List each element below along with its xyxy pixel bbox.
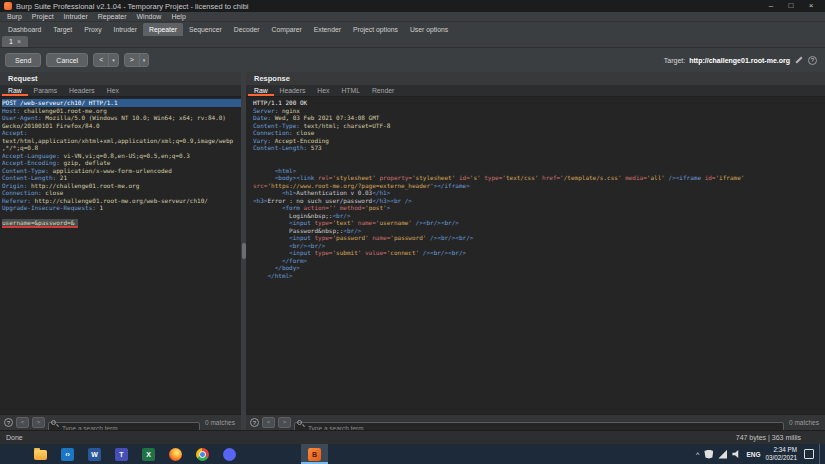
send-button[interactable]: Send (5, 53, 41, 67)
response-tab-render[interactable]: Render (366, 85, 400, 96)
menu-help[interactable]: Help (166, 13, 190, 20)
word-icon: W (88, 448, 101, 461)
code-line: Vary: Accept-Encoding (253, 137, 825, 145)
tab-dashboard[interactable]: Dashboard (2, 23, 47, 36)
target-value: http://challenge01.root-me.org (689, 57, 790, 64)
tab-user-options[interactable]: User options (404, 23, 454, 36)
response-tab-raw[interactable]: Raw (248, 85, 274, 96)
history-back-button[interactable]: <▾ (93, 53, 119, 67)
volume-icon[interactable] (732, 450, 741, 459)
close-button[interactable]: × (801, 0, 821, 12)
request-panel: Request RawParamsHeadersHex POST /web-se… (0, 72, 241, 430)
tab-intruder[interactable]: Intruder (108, 23, 143, 36)
taskbar-word-button[interactable]: W (81, 444, 108, 464)
code-line: username=&password=& (2, 219, 241, 227)
start-button[interactable] (0, 444, 27, 464)
tab-extender[interactable]: Extender (308, 23, 347, 36)
help-icon[interactable]: ? (808, 56, 817, 65)
taskbar-apps: ‹›WTXB (0, 444, 328, 464)
taskbar-clock[interactable]: 2:34 PM 03/02/2021 (765, 446, 797, 462)
search-prev-button[interactable]: < (262, 417, 275, 428)
taskbar-chrome-button[interactable] (189, 444, 216, 464)
clock-time: 2:34 PM (765, 446, 797, 454)
menu-project[interactable]: Project (27, 13, 59, 20)
request-editor[interactable]: POST /web-serveur/ch10/ HTTP/1.1Host: ch… (0, 97, 241, 414)
search-next-button[interactable]: > (32, 417, 45, 428)
history-forward-button[interactable]: >▾ (124, 53, 150, 67)
code-line: <input type='submit' value='connect' /><… (253, 249, 825, 257)
close-tab-icon[interactable]: × (17, 38, 21, 45)
code-line: </form> (253, 257, 825, 265)
menu-window[interactable]: Window (132, 13, 167, 20)
code-line: Content-Type: text/html; charset=UTF-8 (253, 122, 825, 130)
response-tab-headers[interactable]: Headers (274, 85, 312, 96)
taskbar-discord-button[interactable] (216, 444, 243, 464)
language-indicator[interactable]: ENG (746, 451, 760, 458)
menu-repeater[interactable]: Repeater (93, 13, 132, 20)
chevron-down-icon[interactable]: ▾ (140, 57, 149, 63)
search-prev-button[interactable]: < (16, 417, 29, 428)
network-icon[interactable] (718, 450, 727, 459)
cancel-button[interactable]: Cancel (46, 53, 88, 67)
menu-intruder[interactable]: Intruder (59, 13, 93, 20)
code-line: Accept-Encoding: gzip, deflate (2, 159, 241, 167)
tab-repeater[interactable]: Repeater (143, 23, 183, 36)
code-line: Content-Length: 21 (2, 174, 241, 182)
forward-arrow-icon[interactable]: > (125, 54, 140, 66)
minimize-button[interactable]: – (761, 0, 781, 12)
burp-window: Burp Suite Professional v2.1.04 - Tempor… (0, 0, 825, 464)
firefox-icon (169, 448, 182, 461)
main-tabs: DashboardTargetProxyIntruderRepeaterSequ… (0, 22, 825, 36)
show-desktop-button[interactable] (819, 444, 823, 464)
splitter-grip-icon[interactable] (242, 243, 246, 259)
response-editor[interactable]: HTTP/1.1 200 OKServer: nginxDate: Wed, 0… (246, 97, 825, 414)
tray-expand-icon[interactable]: ^ (696, 451, 699, 458)
chrome-icon (196, 448, 209, 461)
taskbar-firefox-button[interactable] (162, 444, 189, 464)
tab-project-options[interactable]: Project options (347, 23, 404, 36)
repeater-tab-1[interactable]: 1× (2, 36, 28, 47)
code-line: POST /web-serveur/ch10/ HTTP/1.1 (2, 99, 241, 107)
notification-center-icon[interactable] (804, 449, 814, 459)
request-tab-raw[interactable]: Raw (2, 85, 28, 96)
response-panel-title: Response (246, 72, 825, 85)
tab-decoder[interactable]: Decoder (228, 23, 266, 36)
taskbar-burp-button[interactable]: B (301, 444, 328, 464)
search-help-icon[interactable]: ? (250, 418, 259, 427)
maximize-button[interactable]: □ (781, 0, 801, 12)
code-line (253, 152, 825, 160)
response-tab-html[interactable]: HTML (335, 85, 366, 96)
code-line: Server: nginx (253, 107, 825, 115)
target-label: Target: (664, 57, 685, 64)
tab-proxy[interactable]: Proxy (78, 23, 107, 36)
security-shield-icon[interactable] (704, 450, 713, 459)
repeater-tab-label: 1 (9, 38, 13, 45)
back-arrow-icon[interactable]: < (94, 54, 109, 66)
menu-burp[interactable]: Burp (2, 13, 27, 20)
chevron-down-icon[interactable]: ▾ (109, 57, 118, 63)
taskbar-file-explorer-button[interactable] (27, 444, 54, 464)
code-line: Content-Length: 573 (253, 144, 825, 152)
tab-target[interactable]: Target (47, 23, 78, 36)
search-help-icon[interactable]: ? (4, 418, 13, 427)
search-next-button[interactable]: > (278, 417, 291, 428)
request-tab-headers[interactable]: Headers (63, 85, 101, 96)
response-tab-hex[interactable]: Hex (311, 85, 335, 96)
response-match-count: 0 matches (787, 419, 821, 426)
taskbar-vscode-button[interactable]: ‹› (54, 444, 81, 464)
system-tray: ^ ENG 2:34 PM 03/02/2021 (696, 444, 825, 464)
code-line: HTTP/1.1 200 OK (253, 99, 825, 107)
edit-target-icon[interactable] (794, 55, 804, 65)
response-view-tabs: RawHeadersHexHTMLRender (246, 85, 825, 97)
tab-comparer[interactable]: Comparer (266, 23, 308, 36)
response-stats: 747 bytes | 363 millis (736, 434, 819, 441)
vscode-icon: ‹› (61, 448, 74, 461)
code-line: Host: challenge01.root-me.org (2, 107, 241, 115)
tab-sequencer[interactable]: Sequencer (183, 23, 228, 36)
code-line: Accept: (2, 129, 241, 137)
taskbar-teams-button[interactable]: T (108, 444, 135, 464)
request-tab-hex[interactable]: Hex (101, 85, 125, 96)
request-tab-params[interactable]: Params (28, 85, 63, 96)
taskbar-excel-button[interactable]: X (135, 444, 162, 464)
response-raw-view: HTTP/1.1 200 OKServer: nginxDate: Wed, 0… (246, 97, 825, 279)
